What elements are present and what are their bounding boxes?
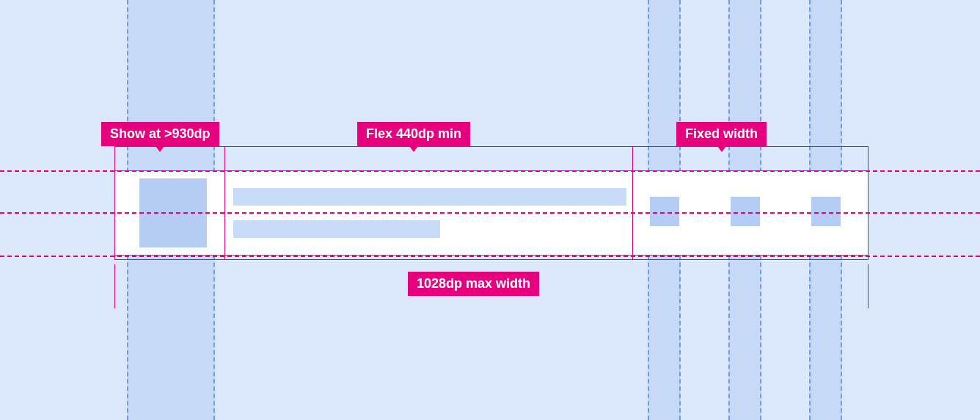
label-show-breakpoint: Show at >930dp [101,122,219,146]
container-outline [114,146,869,260]
label-flex-min: Flex 440dp min [357,122,470,146]
layout-diagram: Show at >930dp Flex 440dp min Fixed widt… [0,0,980,420]
label-fixed-width: Fixed width [676,122,767,146]
label-max-width: 1028dp max width [408,272,539,296]
column-divider-1 [224,146,225,260]
column-divider-2 [632,146,633,260]
